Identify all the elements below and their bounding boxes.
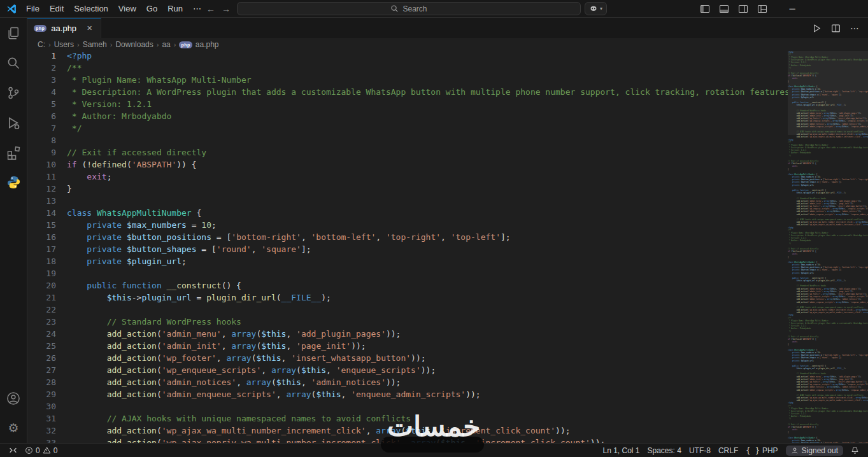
code-line[interactable]: 13 (27, 196, 788, 208)
line-number[interactable]: 1 (27, 51, 67, 63)
cursor-position[interactable]: Ln 1, Col 1 (599, 446, 643, 455)
code-line[interactable]: 4 * Description: A WordPress plugin that… (27, 87, 788, 99)
line-number[interactable]: 14 (27, 208, 67, 220)
code-line[interactable]: 31 // AJAX hooks with unique namespaced … (27, 414, 788, 426)
line-number[interactable]: 3 (27, 75, 67, 87)
back-icon[interactable]: ← (206, 4, 215, 14)
line-number[interactable]: 18 (27, 257, 67, 269)
line-number[interactable]: 8 (27, 136, 67, 148)
accounts-icon[interactable] (0, 383, 27, 413)
minimize-button[interactable]: ─ (781, 4, 803, 13)
line-number[interactable]: 21 (27, 293, 67, 305)
menu-item-6[interactable]: ⋯ (188, 2, 206, 15)
search-box[interactable]: Search (237, 2, 581, 15)
copilot-button[interactable]: ▾ (585, 2, 607, 15)
vscode-logo-icon[interactable] (6, 3, 17, 15)
code-line[interactable]: 2/** (27, 63, 788, 75)
code-line[interactable]: 12} (27, 184, 788, 196)
customize-layout-icon[interactable] (757, 4, 767, 14)
code-line[interactable]: 29 add_action('admin_enqueue_scripts', a… (27, 390, 788, 402)
forward-icon[interactable]: → (222, 4, 231, 14)
code-line[interactable]: 5 * Version: 1.2.1 (27, 99, 788, 111)
code-line[interactable]: 7 */ (27, 123, 788, 136)
menu-item-3[interactable]: View (113, 2, 141, 15)
notifications-bell-icon[interactable] (847, 446, 863, 454)
line-number[interactable]: 15 (27, 220, 67, 232)
code-line[interactable]: 28 add_action('admin_notices', array($th… (27, 377, 788, 390)
problems-indicator[interactable]: 0 0 (21, 446, 61, 455)
line-number[interactable]: 10 (27, 160, 67, 172)
line-number[interactable]: 11 (27, 172, 67, 184)
menu-item-5[interactable]: Run (162, 2, 188, 15)
toggle-sidebar-icon[interactable] (700, 4, 710, 14)
close-tab-icon[interactable]: ✕ (85, 24, 94, 33)
search-sidebar-icon[interactable] (0, 48, 27, 78)
line-number[interactable]: 16 (27, 232, 67, 244)
code-lines[interactable]: 1<?php2/**3 * Plugin Name: WhatsApp Mult… (27, 51, 788, 443)
line-number[interactable]: 9 (27, 148, 67, 160)
run-code-icon[interactable] (812, 24, 822, 33)
line-number[interactable]: 25 (27, 341, 67, 353)
code-line[interactable]: 32 add_action('wp_ajax_wa_multi_number_i… (27, 426, 788, 438)
line-number[interactable]: 27 (27, 365, 67, 377)
code-line[interactable]: 11 exit; (27, 172, 788, 184)
code-line[interactable]: 1<?php (27, 51, 788, 63)
breadcrumb-item[interactable]: Users (54, 40, 74, 49)
extensions-icon[interactable] (0, 137, 27, 167)
line-number[interactable]: 2 (27, 63, 67, 75)
breadcrumb-item[interactable]: aa.php (196, 40, 219, 49)
line-number[interactable]: 23 (27, 317, 67, 329)
code-line[interactable]: 26 add_action('wp_footer', array($this, … (27, 353, 788, 365)
code-line[interactable]: 6 * Author: Mrbodyabdo (27, 111, 788, 123)
eol-sequence[interactable]: CRLF (715, 446, 742, 455)
line-number[interactable]: 7 (27, 123, 67, 136)
line-number[interactable]: 13 (27, 196, 67, 208)
code-line[interactable]: 10if (!defined('ABSPATH')) { (27, 160, 788, 172)
code-line[interactable]: 14class WhatsAppMultiNumber { (27, 208, 788, 220)
code-line[interactable]: 15 private $max_numbers = 10; (27, 220, 788, 232)
code-line[interactable]: 27 add_action('wp_enqueue_scripts', arra… (27, 365, 788, 377)
line-number[interactable]: 26 (27, 353, 67, 365)
toggle-panel-icon[interactable] (719, 4, 729, 14)
code-line[interactable]: 16 private $button_positions = ['bottom-… (27, 232, 788, 244)
source-control-icon[interactable] (0, 78, 27, 108)
account-status[interactable]: Signed out (786, 446, 843, 456)
breadcrumb-item[interactable]: Downloads (115, 40, 153, 49)
code-line[interactable]: 33 add_action('wp_ajax_nopriv_wa_multi_n… (27, 438, 788, 443)
code-line[interactable]: 24 add_action('admin_menu', array($this,… (27, 329, 788, 341)
settings-gear-icon[interactable]: ⚙ (0, 413, 27, 443)
menu-item-0[interactable]: File (21, 2, 45, 15)
split-editor-icon[interactable] (831, 24, 841, 33)
code-line[interactable]: 20 public function __construct() { (27, 281, 788, 293)
language-mode[interactable]: { } PHP (742, 446, 781, 455)
line-number[interactable]: 22 (27, 305, 67, 317)
line-number[interactable]: 17 (27, 244, 67, 257)
code-line[interactable]: 22 (27, 305, 788, 317)
line-number[interactable]: 32 (27, 426, 67, 438)
more-actions-icon[interactable]: ⋯ (850, 23, 859, 33)
tab-aa-php[interactable]: php aa.php ✕ (27, 18, 101, 38)
minimap[interactable]: <?php/** * Plugin Name: WhatsApp Multi-N… (788, 51, 868, 443)
line-number[interactable]: 28 (27, 377, 67, 390)
line-number[interactable]: 29 (27, 390, 67, 402)
remote-indicator-icon[interactable] (5, 446, 21, 454)
line-number[interactable]: 20 (27, 281, 67, 293)
code-line[interactable]: 19 (27, 269, 788, 281)
code-line[interactable]: 9// Exit if accessed directly (27, 148, 788, 160)
python-extension-icon[interactable] (0, 167, 27, 197)
run-debug-icon[interactable] (0, 108, 27, 137)
code-line[interactable]: 3 * Plugin Name: WhatsApp Multi-Number (27, 75, 788, 87)
breadcrumb-item[interactable]: aa (162, 40, 170, 49)
menu-item-4[interactable]: Go (141, 2, 162, 15)
breadcrumb-item[interactable]: Sameh (83, 40, 107, 49)
breadcrumb-item[interactable]: C: (38, 40, 45, 49)
code-line[interactable]: 30 (27, 402, 788, 414)
line-number[interactable]: 19 (27, 269, 67, 281)
line-number[interactable]: 12 (27, 184, 67, 196)
menu-item-1[interactable]: Edit (45, 2, 69, 15)
code-line[interactable]: 8 (27, 136, 788, 148)
code-line[interactable]: 17 private $button_shapes = ['round', 's… (27, 244, 788, 257)
toggle-secondary-sidebar-icon[interactable] (738, 4, 748, 14)
code-line[interactable]: 18 private $plugin_url; (27, 257, 788, 269)
code-line[interactable]: 25 add_action('admin_init', array($this,… (27, 341, 788, 353)
